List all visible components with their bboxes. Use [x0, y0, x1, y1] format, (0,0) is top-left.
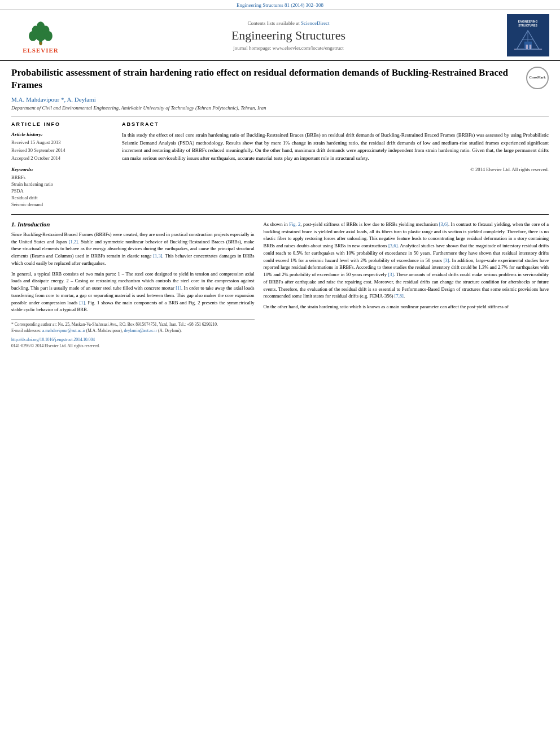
- elsevier-tree-icon: [24, 18, 58, 46]
- svg-text:STRUCTURES: STRUCTURES: [518, 24, 537, 27]
- section1-heading: 1. Introduction: [11, 221, 255, 228]
- fig2-ref: Fig. 2: [289, 221, 300, 227]
- elsevier-logo: ELSEVIER: [23, 18, 59, 54]
- ref-1-3: [1,3]: [153, 253, 162, 259]
- footnote-section: * Corresponding author at: No. 25, Maska…: [11, 319, 255, 348]
- right-para2: On the other hand, the strain hardening …: [264, 303, 549, 311]
- section1-para2: In general, a typical BRB consists of tw…: [11, 270, 255, 314]
- ref-3-6a: [3,6]: [439, 221, 448, 227]
- crossmark-badge: CrossMark: [526, 67, 549, 89]
- keyword-2: Strain hardening ratio: [11, 181, 113, 187]
- elsevier-text: ELSEVIER: [23, 47, 59, 54]
- info-abstract-section: ARTICLE INFO Article history: Received 1…: [11, 121, 549, 208]
- footnote-corresponding: * Corresponding author at: No. 25, Maska…: [11, 322, 255, 328]
- svg-rect-16: [526, 45, 528, 49]
- authors: M.A. Mahdavipour *, A. Deylami: [11, 96, 549, 103]
- svg-rect-7: [40, 42, 42, 45]
- article-info-panel: ARTICLE INFO Article history: Received 1…: [11, 121, 113, 208]
- engineering-structures-logo: ENGINEERING STRUCTURES: [507, 14, 549, 56]
- accepted-date: Accepted 2 October 2014: [11, 155, 113, 162]
- email-1[interactable]: a.mahdavipour@aut.ac.ir: [42, 328, 85, 333]
- body-left-column: 1. Introduction Since Buckling-Restraine…: [11, 221, 255, 348]
- journal-header: ELSEVIER Contents lists available at Sci…: [0, 10, 560, 61]
- keyword-4: Residual drift: [11, 195, 113, 200]
- article-title-area: Probabilistic assessment of strain harde…: [11, 67, 549, 91]
- footnote-emails: E-mail addresses: a.mahdavipour@aut.ac.i…: [11, 328, 255, 334]
- abstract-panel: ABSTRACT In this study the effect of ste…: [122, 121, 549, 208]
- keyword-3: PSDA: [11, 188, 113, 194]
- email-2[interactable]: deylamia@aut.ac.ir: [124, 328, 158, 333]
- issn-copyright: 0141-0296/© 2014 Elsevier Ltd. All right…: [11, 343, 255, 348]
- sciencedirect-link[interactable]: ScienceDirect: [301, 20, 329, 26]
- abstract-copyright: © 2014 Elsevier Ltd. All rights reserved…: [122, 167, 549, 172]
- received-date: Received 15 August 2013: [11, 139, 113, 146]
- keyword-1: BRBFs: [11, 174, 113, 180]
- and-word: and: [47, 239, 54, 244]
- doi-section: http://dx.doi.org/10.1016/j.engstruct.20…: [11, 337, 255, 348]
- abstract-text: In this study the effect of steel core s…: [122, 132, 549, 162]
- article-info-heading: ARTICLE INFO: [11, 121, 113, 127]
- journal-title-area: Contents lists available at ScienceDirec…: [75, 20, 502, 51]
- journal-homepage: journal homepage: www.elsevier.com/locat…: [75, 45, 502, 51]
- body-content: 1. Introduction Since Buckling-Restraine…: [11, 221, 549, 348]
- contents-availability: Contents lists available at ScienceDirec…: [75, 20, 502, 26]
- ref-1-2: [1,2]: [69, 239, 78, 244]
- abstract-heading: ABSTRACT: [122, 121, 549, 127]
- divider-2: [11, 214, 549, 215]
- svg-point-6: [37, 21, 45, 32]
- journal-logo-area: ENGINEERING STRUCTURES: [502, 14, 553, 56]
- article-title: Probabilistic assessment of strain harde…: [11, 67, 508, 90]
- journal-reference: Engineering Structures 81 (2014) 302–308: [0, 0, 560, 10]
- affiliation: Department of Civil and Environmental En…: [11, 105, 549, 111]
- svg-text:ENGINEERING: ENGINEERING: [518, 20, 537, 23]
- divider-1: [11, 116, 549, 117]
- keywords-section: Keywords: BRBFs Strain hardening ratio P…: [11, 167, 113, 207]
- svg-rect-17: [529, 45, 531, 49]
- body-right-column: As shown in Fig. 2, post-yield stiffness…: [264, 221, 549, 348]
- keywords-heading: Keywords:: [11, 167, 113, 172]
- ref-3a: [3]: [444, 257, 449, 263]
- section1-para1: Since Buckling-Restrained Braced Frames …: [11, 231, 255, 267]
- journal-cover-icon: ENGINEERING STRUCTURES: [509, 14, 547, 56]
- ref-1b: [1]: [79, 300, 85, 305]
- main-content: Probabilistic assessment of strain harde…: [0, 61, 560, 354]
- ref-7-8: [7,8]: [395, 293, 404, 299]
- keyword-5: Seismic demand: [11, 202, 113, 207]
- right-para1: As shown in Fig. 2, post-yield stiffness…: [264, 221, 549, 300]
- ref-3-6b: [3,6]: [388, 243, 397, 248]
- ref-3b: [3]: [388, 272, 393, 277]
- journal-title: Engineering Structures: [75, 28, 502, 43]
- ref-1a: [1]: [176, 285, 181, 291]
- doi-link[interactable]: http://dx.doi.org/10.1016/j.engstruct.20…: [11, 337, 255, 342]
- revised-date: Revised 30 September 2014: [11, 147, 113, 154]
- history-heading: Article history:: [11, 132, 113, 137]
- elsevier-logo-area: ELSEVIER: [7, 18, 75, 54]
